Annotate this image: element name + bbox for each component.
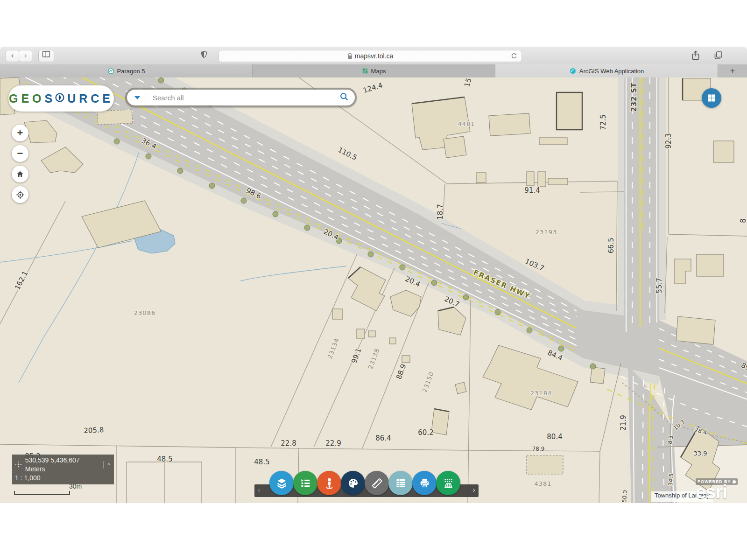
collapse-chevron[interactable]: ^ [106, 461, 111, 469]
map-viewport[interactable]: 124.436.4110.598.620.491.418.7103.766.57… [0, 77, 747, 503]
tree-icon [463, 294, 469, 300]
layers-tool-button[interactable] [269, 471, 294, 495]
map-label: 66.5 [607, 238, 615, 253]
map-label: 86.4 [375, 434, 391, 442]
tree-icon [146, 154, 151, 159]
share-icon [691, 50, 700, 61]
map-label: 72.5 [599, 114, 607, 130]
map-canvas[interactable]: 124.436.4110.598.620.491.418.7103.766.57… [0, 77, 747, 503]
scale-bar-label: 30m [69, 483, 82, 490]
map-label: 18.7 [436, 204, 444, 219]
tree-icon [273, 211, 278, 217]
print-tool-button[interactable] [412, 471, 437, 495]
locate-button[interactable] [12, 186, 28, 203]
tree-icon [431, 280, 437, 286]
map-label: 80.4 [547, 433, 562, 441]
divider [103, 461, 104, 469]
scale-bar-line [14, 491, 70, 495]
map-label: 23193 [536, 229, 557, 236]
scale-bar: 30m [14, 483, 84, 495]
locate-icon [16, 190, 25, 199]
map-label: 4381 [534, 480, 551, 487]
esri-dot [733, 480, 736, 483]
address-bar[interactable]: mapsvr.tol.ca [218, 50, 522, 62]
tree-icon [495, 309, 500, 315]
zoom-out-button[interactable]: − [12, 145, 28, 162]
logo-text-urce: URCE [67, 92, 113, 105]
tab-maps[interactable]: Maps [253, 64, 495, 77]
map-label: 48.5 [254, 458, 269, 466]
esri-logo: POWERED BY esri [696, 476, 738, 499]
zoom-in-button[interactable]: + [12, 125, 28, 141]
tree-icon [527, 328, 532, 333]
toolbar-next-button[interactable]: › [472, 485, 475, 495]
map-label: 91.4 [524, 186, 540, 195]
tree-icon [304, 225, 310, 231]
arcgis-favicon [569, 67, 577, 75]
legend-icon [299, 477, 312, 490]
search-icon [339, 91, 349, 102]
sidebar-icon [42, 50, 50, 58]
home-button[interactable] [12, 166, 28, 182]
tree-icon [368, 252, 374, 257]
toolbar-prev-button[interactable]: ‹ [258, 485, 261, 495]
draw-tool-button[interactable] [341, 471, 365, 495]
streetview-tool-button[interactable] [317, 471, 341, 495]
map-label: 50.0 [621, 490, 628, 503]
forward-button[interactable]: › [19, 50, 32, 62]
screenshot-canvas: ‹ › mapsvr.tol.ca [0, 0, 747, 560]
search-button[interactable] [339, 91, 349, 104]
measure-icon [371, 477, 383, 490]
geosource-logo[interactable]: GEOSURCE [8, 85, 114, 112]
measure-tool-button[interactable] [365, 471, 389, 495]
tabs-icon [713, 50, 723, 60]
coordinate-widget[interactable]: 530,539 5,436,607 Meters ^ 1 : 1,000 [12, 455, 114, 484]
logo-text-geo: GEO [9, 92, 45, 105]
map-label: 22.8 [281, 439, 296, 448]
share-button[interactable] [691, 50, 700, 63]
selection-icon [442, 477, 455, 490]
map-label: 92.3 [664, 133, 673, 148]
new-tab-button[interactable]: + [718, 64, 747, 77]
map-label: 55.7 [655, 278, 663, 293]
search-dropdown-caret[interactable] [134, 96, 140, 99]
lock-icon [347, 53, 352, 59]
logo-text-s: S [45, 92, 56, 105]
tab-overview-button[interactable] [713, 50, 723, 62]
apps-grid-button[interactable] [702, 88, 721, 108]
map-label: 23184 [530, 390, 552, 397]
map-label: 48.5 [157, 455, 172, 463]
table-tool-button[interactable] [388, 471, 413, 495]
home-icon [16, 170, 24, 178]
map-label: 60.2 [418, 428, 433, 437]
tab-label: Paragon 5 [117, 68, 145, 75]
map-label: 23086 [134, 309, 155, 316]
sidebar-toggle-button[interactable] [38, 50, 54, 62]
refresh-button[interactable] [510, 52, 518, 61]
browser-toolbar: ‹ › mapsvr.tol.ca [0, 47, 747, 65]
legend-tool-button[interactable] [293, 471, 317, 495]
url-text: mapsvr.tol.ca [355, 52, 393, 60]
map-label: 33.9 [694, 450, 707, 457]
compass-icon [55, 92, 65, 105]
tree-icon [114, 139, 120, 144]
map-label: 8 [739, 218, 747, 223]
tab-arcgis[interactable]: ArcGIS Web Application [495, 64, 718, 77]
tree-icon [241, 198, 247, 203]
crosshair-icon [15, 461, 22, 469]
tree-icon [209, 183, 215, 189]
tree-icon [590, 364, 596, 369]
table-icon [395, 477, 407, 490]
tab-paragon5[interactable]: Paragon 5 [0, 64, 253, 77]
selection-tool-button[interactable] [436, 471, 460, 495]
search-input[interactable] [146, 93, 339, 102]
map-label: 34.5 [667, 473, 675, 486]
tree-icon [158, 77, 164, 83]
map-label: 21.9 [619, 415, 627, 430]
map-label: 205.8 [84, 426, 104, 434]
privacy-shield-icon[interactable] [200, 50, 208, 62]
tab-label: Maps [371, 68, 386, 75]
refresh-icon [510, 52, 518, 60]
map-label: 22.9 [325, 439, 341, 448]
back-button[interactable]: ‹ [6, 50, 19, 62]
